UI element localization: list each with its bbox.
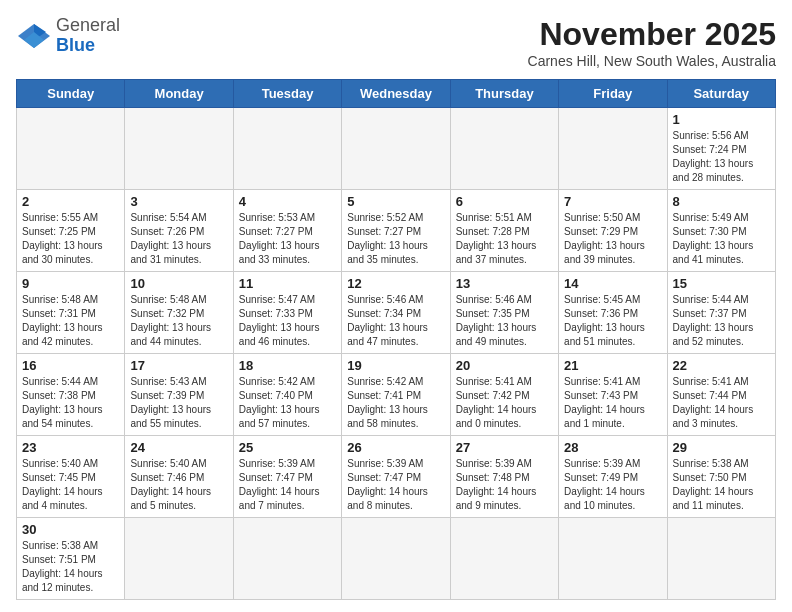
table-row: 24Sunrise: 5:40 AM Sunset: 7:46 PM Dayli… [125,436,233,518]
table-row [125,518,233,600]
day-info: Sunrise: 5:48 AM Sunset: 7:31 PM Dayligh… [22,293,119,349]
table-row: 1Sunrise: 5:56 AM Sunset: 7:24 PM Daylig… [667,108,775,190]
day-info: Sunrise: 5:39 AM Sunset: 7:49 PM Dayligh… [564,457,661,513]
day-number: 2 [22,194,119,209]
logo-blue: Blue [56,35,95,55]
table-row: 19Sunrise: 5:42 AM Sunset: 7:41 PM Dayli… [342,354,450,436]
day-number: 9 [22,276,119,291]
day-info: Sunrise: 5:48 AM Sunset: 7:32 PM Dayligh… [130,293,227,349]
calendar-week-row: 16Sunrise: 5:44 AM Sunset: 7:38 PM Dayli… [17,354,776,436]
day-info: Sunrise: 5:44 AM Sunset: 7:38 PM Dayligh… [22,375,119,431]
day-info: Sunrise: 5:56 AM Sunset: 7:24 PM Dayligh… [673,129,770,185]
col-thursday: Thursday [450,80,558,108]
day-number: 26 [347,440,444,455]
col-friday: Friday [559,80,667,108]
table-row: 2Sunrise: 5:55 AM Sunset: 7:25 PM Daylig… [17,190,125,272]
table-row: 6Sunrise: 5:51 AM Sunset: 7:28 PM Daylig… [450,190,558,272]
table-row [559,108,667,190]
table-row: 12Sunrise: 5:46 AM Sunset: 7:34 PM Dayli… [342,272,450,354]
table-row: 17Sunrise: 5:43 AM Sunset: 7:39 PM Dayli… [125,354,233,436]
day-number: 12 [347,276,444,291]
day-number: 3 [130,194,227,209]
day-info: Sunrise: 5:49 AM Sunset: 7:30 PM Dayligh… [673,211,770,267]
day-number: 5 [347,194,444,209]
day-info: Sunrise: 5:43 AM Sunset: 7:39 PM Dayligh… [130,375,227,431]
day-info: Sunrise: 5:42 AM Sunset: 7:41 PM Dayligh… [347,375,444,431]
day-info: Sunrise: 5:50 AM Sunset: 7:29 PM Dayligh… [564,211,661,267]
day-info: Sunrise: 5:54 AM Sunset: 7:26 PM Dayligh… [130,211,227,267]
day-info: Sunrise: 5:41 AM Sunset: 7:42 PM Dayligh… [456,375,553,431]
day-info: Sunrise: 5:39 AM Sunset: 7:47 PM Dayligh… [347,457,444,513]
table-row [342,108,450,190]
table-row [233,108,341,190]
day-info: Sunrise: 5:47 AM Sunset: 7:33 PM Dayligh… [239,293,336,349]
day-number: 10 [130,276,227,291]
day-info: Sunrise: 5:38 AM Sunset: 7:51 PM Dayligh… [22,539,119,595]
table-row: 4Sunrise: 5:53 AM Sunset: 7:27 PM Daylig… [233,190,341,272]
logo-icon [16,22,52,50]
table-row: 18Sunrise: 5:42 AM Sunset: 7:40 PM Dayli… [233,354,341,436]
month-title: November 2025 [528,16,776,53]
calendar-table: Sunday Monday Tuesday Wednesday Thursday… [16,79,776,600]
table-row [559,518,667,600]
calendar-week-row: 30Sunrise: 5:38 AM Sunset: 7:51 PM Dayli… [17,518,776,600]
day-number: 22 [673,358,770,373]
day-number: 14 [564,276,661,291]
table-row: 5Sunrise: 5:52 AM Sunset: 7:27 PM Daylig… [342,190,450,272]
col-saturday: Saturday [667,80,775,108]
table-row [450,108,558,190]
table-row: 11Sunrise: 5:47 AM Sunset: 7:33 PM Dayli… [233,272,341,354]
col-wednesday: Wednesday [342,80,450,108]
table-row: 13Sunrise: 5:46 AM Sunset: 7:35 PM Dayli… [450,272,558,354]
day-number: 4 [239,194,336,209]
day-info: Sunrise: 5:38 AM Sunset: 7:50 PM Dayligh… [673,457,770,513]
day-number: 13 [456,276,553,291]
day-number: 7 [564,194,661,209]
col-sunday: Sunday [17,80,125,108]
table-row [125,108,233,190]
day-number: 30 [22,522,119,537]
table-row [233,518,341,600]
table-row [450,518,558,600]
day-number: 25 [239,440,336,455]
calendar-header-row: Sunday Monday Tuesday Wednesday Thursday… [17,80,776,108]
table-row: 21Sunrise: 5:41 AM Sunset: 7:43 PM Dayli… [559,354,667,436]
logo: General Blue [16,16,120,56]
day-number: 28 [564,440,661,455]
table-row: 20Sunrise: 5:41 AM Sunset: 7:42 PM Dayli… [450,354,558,436]
calendar-week-row: 1Sunrise: 5:56 AM Sunset: 7:24 PM Daylig… [17,108,776,190]
col-monday: Monday [125,80,233,108]
day-number: 8 [673,194,770,209]
day-number: 1 [673,112,770,127]
day-info: Sunrise: 5:41 AM Sunset: 7:44 PM Dayligh… [673,375,770,431]
calendar-body: 1Sunrise: 5:56 AM Sunset: 7:24 PM Daylig… [17,108,776,600]
logo-general: General [56,15,120,35]
calendar-week-row: 23Sunrise: 5:40 AM Sunset: 7:45 PM Dayli… [17,436,776,518]
day-number: 17 [130,358,227,373]
location: Carnes Hill, New South Wales, Australia [528,53,776,69]
day-info: Sunrise: 5:40 AM Sunset: 7:46 PM Dayligh… [130,457,227,513]
day-number: 15 [673,276,770,291]
table-row: 16Sunrise: 5:44 AM Sunset: 7:38 PM Dayli… [17,354,125,436]
day-info: Sunrise: 5:42 AM Sunset: 7:40 PM Dayligh… [239,375,336,431]
day-info: Sunrise: 5:51 AM Sunset: 7:28 PM Dayligh… [456,211,553,267]
table-row: 26Sunrise: 5:39 AM Sunset: 7:47 PM Dayli… [342,436,450,518]
table-row: 22Sunrise: 5:41 AM Sunset: 7:44 PM Dayli… [667,354,775,436]
day-number: 21 [564,358,661,373]
table-row: 14Sunrise: 5:45 AM Sunset: 7:36 PM Dayli… [559,272,667,354]
day-number: 11 [239,276,336,291]
day-number: 6 [456,194,553,209]
day-info: Sunrise: 5:39 AM Sunset: 7:47 PM Dayligh… [239,457,336,513]
table-row: 3Sunrise: 5:54 AM Sunset: 7:26 PM Daylig… [125,190,233,272]
day-info: Sunrise: 5:52 AM Sunset: 7:27 PM Dayligh… [347,211,444,267]
day-info: Sunrise: 5:40 AM Sunset: 7:45 PM Dayligh… [22,457,119,513]
day-info: Sunrise: 5:44 AM Sunset: 7:37 PM Dayligh… [673,293,770,349]
day-info: Sunrise: 5:46 AM Sunset: 7:35 PM Dayligh… [456,293,553,349]
page-header: General Blue November 2025 Carnes Hill, … [16,16,776,69]
day-number: 19 [347,358,444,373]
day-number: 29 [673,440,770,455]
day-number: 27 [456,440,553,455]
day-info: Sunrise: 5:53 AM Sunset: 7:27 PM Dayligh… [239,211,336,267]
day-info: Sunrise: 5:45 AM Sunset: 7:36 PM Dayligh… [564,293,661,349]
day-number: 16 [22,358,119,373]
